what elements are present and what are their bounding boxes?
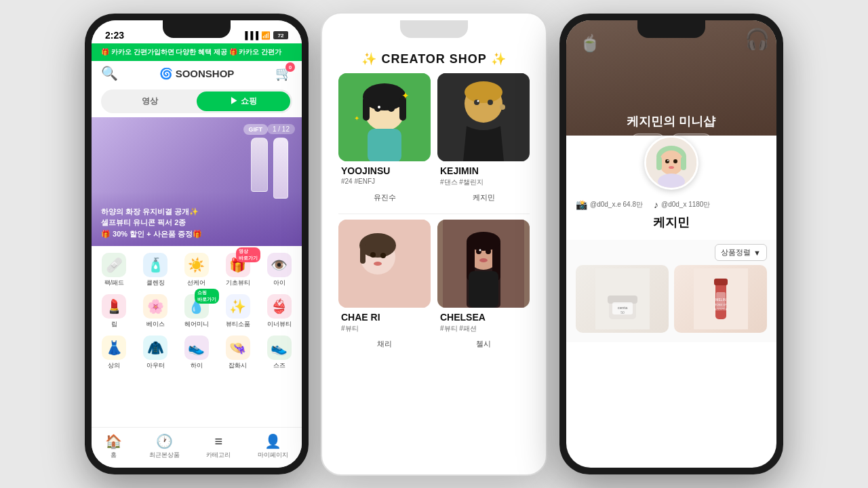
nav-home[interactable]: 🏠 홈: [105, 433, 122, 460]
chelsea-tag: #뷰티 #패션: [437, 324, 530, 336]
cat-hair[interactable]: 💧 헤어미니 쇼핑바로가기: [177, 291, 217, 331]
cat-top[interactable]: 👗 상의: [94, 333, 134, 373]
products-grid: centa 50 MELIN: [566, 265, 776, 342]
notch-phone3: [637, 20, 705, 38]
cat-outer-label: 아우터: [146, 361, 165, 370]
tiktok-icon: ♪: [654, 199, 658, 210]
nav-mypage[interactable]: 👤 마이페이지: [258, 433, 288, 460]
notch-phone1: [163, 20, 231, 38]
promo-text: 🎁 카카오 간편가입하면 다양한 혜택 제공 🎁 카카오 간편가: [101, 47, 281, 57]
signal-icon: ▐▐▐: [243, 31, 258, 39]
search-icon[interactable]: 🔍: [101, 65, 118, 81]
cat-inner[interactable]: 👙 이너뷰티: [259, 291, 299, 331]
tab-play[interactable]: ▶ 쇼핑: [197, 92, 290, 111]
cat-sun[interactable]: ☀️ 선케어: [177, 250, 217, 290]
product-cream[interactable]: centa 50: [576, 265, 669, 333]
kejimin-illustration: [443, 73, 524, 161]
cat-pack[interactable]: 🩹 팩/패드: [94, 250, 134, 290]
svg-point-26: [370, 252, 376, 258]
nav-recent[interactable]: 🕐 최근본상품: [149, 433, 180, 460]
profile-avatar-svg: [646, 138, 696, 188]
cat-base[interactable]: 🌸 베이스: [136, 291, 176, 331]
creator-card-yoojinsu[interactable]: ✦ ✦ YOOJINSU #24 #ENFJ: [338, 73, 431, 190]
p1-header: 🔍 🌀 SOONSHOP 🛒 0: [92, 61, 302, 85]
chelsea-korean: 첼시: [437, 336, 530, 354]
tiktok-handle: @d0d_x 1180만: [661, 200, 710, 209]
cat-etc-icon: 👟: [267, 336, 292, 360]
cat-cleanse[interactable]: 🧴 클렌징: [136, 250, 176, 290]
svg-point-48: [669, 166, 674, 169]
cat-cleanse-label: 클렌징: [146, 279, 165, 287]
cat-outer[interactable]: 🧥 아우터: [136, 333, 176, 373]
tab-video[interactable]: 영상: [103, 92, 197, 111]
nav-category[interactable]: ≡ 카테고리: [206, 434, 231, 460]
product-serum-img: MELIN TONE UP BOOSTER: [674, 265, 767, 333]
cream-svg: centa 50: [595, 268, 650, 329]
mypage-icon: 👤: [264, 433, 281, 449]
chaeri-korean: 채리: [338, 336, 431, 354]
svg-point-5: [374, 105, 381, 112]
nav-category-label: 카테고리: [206, 451, 231, 460]
svg-point-45: [665, 159, 669, 163]
p1-tabs: 영상 ▶ 쇼핑: [101, 89, 292, 113]
cat-beauty[interactable]: ✨ 뷰티소품: [218, 291, 258, 331]
cat-shoes-icon: 👟: [184, 336, 209, 360]
svg-rect-43: [656, 157, 662, 170]
sort-select[interactable]: 상품정렬 ▼: [715, 244, 767, 261]
cat-shoes[interactable]: 👟 하이: [177, 333, 217, 373]
instagram-link[interactable]: 📸 @d0d_x.e 64.8만: [576, 199, 643, 210]
yoojinsu-illustration: ✦ ✦: [344, 73, 425, 161]
yoojinsu-korean: 유진수: [338, 190, 431, 208]
sort-bar: 상품정렬 ▼: [566, 240, 776, 265]
svg-text:MELIN: MELIN: [715, 298, 726, 302]
cat-lip[interactable]: 💄 립: [94, 291, 134, 331]
categories-grid: 🩹 팩/패드 🧴 클렌징 ☀️ 선케어 🎁 기초뷰티 영상바로가기 �: [92, 246, 302, 377]
p1-logo: 🌀 SOONSHOP: [159, 67, 235, 80]
cat-eye[interactable]: 👁️ 아이: [259, 250, 299, 290]
korean-names-row2: 채리 첼시: [329, 336, 539, 354]
cat-lip-label: 립: [111, 320, 117, 329]
creator-grid: ✦ ✦ YOOJINSU #24 #ENFJ: [329, 73, 539, 190]
cat-etc[interactable]: 👟 스즈: [259, 333, 299, 373]
svg-text:TONE UP: TONE UP: [715, 303, 727, 306]
p3-profile: 📸 @d0d_x.e 64.8만 ♪ @d0d_x 1180만 케지민: [566, 136, 776, 240]
chelsea-illustration: [443, 220, 524, 308]
p3-hero-title: 케지민의 미니샵: [627, 113, 715, 129]
wifi-icon: 📶: [261, 31, 271, 40]
instagram-icon: 📸: [576, 199, 587, 210]
cat-top-icon: 👗: [102, 336, 126, 360]
cat-lip-icon: 💄: [102, 294, 126, 319]
cat-acc[interactable]: 👒 잡화시: [218, 333, 258, 373]
logo-icon: 🌀: [159, 67, 173, 80]
svg-rect-58: [714, 279, 728, 285]
tiktok-link[interactable]: ♪ @d0d_x 1180만: [654, 199, 710, 210]
social-row: 📸 @d0d_x.e 64.8만 ♪ @d0d_x 1180만: [576, 199, 767, 210]
svg-point-16: [477, 100, 479, 102]
dropdown-chevron-icon: ▼: [753, 249, 761, 257]
product-serum[interactable]: MELIN TONE UP BOOSTER: [674, 265, 767, 333]
svg-point-47: [667, 160, 669, 161]
svg-rect-39: [469, 271, 498, 308]
cat-cleanse-icon: 🧴: [143, 253, 167, 277]
cat-etc-label: 스즈: [273, 361, 285, 370]
chaeri-name: CHAE RI: [338, 308, 431, 324]
svg-point-37: [479, 249, 481, 251]
logo-text: SOONSHOP: [176, 68, 235, 79]
category-icon: ≡: [215, 434, 223, 449]
kejimin-name: KEJIMIN: [437, 161, 530, 178]
yoojinsu-tag: #24 #ENFJ: [338, 178, 431, 188]
cat-beauty-label: 뷰티소품: [226, 320, 250, 329]
svg-point-28: [374, 262, 382, 266]
sort-label: 상품정렬: [721, 247, 751, 258]
creator-card-chelsea[interactable]: CHELSEA #뷰티 #패션: [437, 220, 530, 336]
recent-icon: 🕐: [156, 433, 173, 449]
p1-banner: 1 / 12 GIFT 하양의 화장 유지비결 공개✨ 셀프뷰티 유니콘 픽서 …: [92, 117, 302, 246]
svg-point-17: [500, 104, 505, 110]
creator-card-chaeri[interactable]: CHAE RI #뷰티: [338, 220, 431, 336]
svg-point-27: [380, 253, 386, 258]
creator-card-kejimin[interactable]: KEJIMIN #댄스 #챌린지: [437, 73, 530, 190]
cart-icon[interactable]: 🛒 0: [275, 65, 292, 81]
cat-outer-icon: 🧥: [143, 336, 167, 360]
cat-basic-beauty[interactable]: 🎁 기초뷰티 영상바로가기: [218, 250, 258, 290]
cat-pack-label: 팩/패드: [104, 279, 125, 287]
